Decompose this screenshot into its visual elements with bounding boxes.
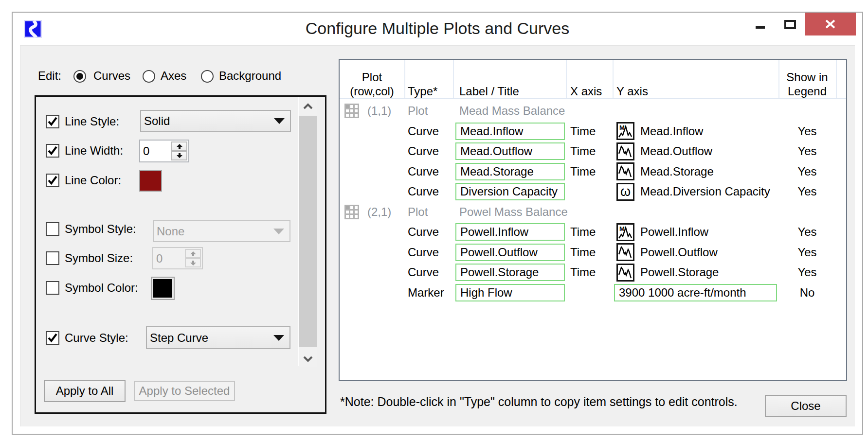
svg-text:ω: ω	[620, 184, 631, 199]
